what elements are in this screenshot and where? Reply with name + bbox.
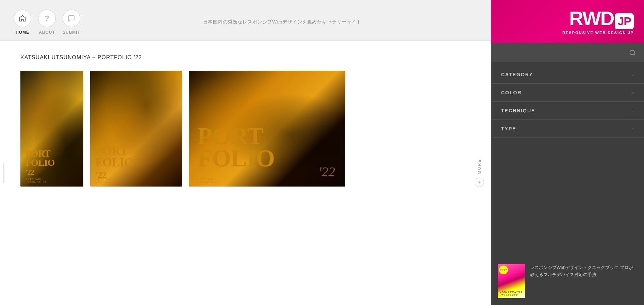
header: HOME ? ABOUT SUBMIT 日本国内の秀逸なレスポンシブWebデザイ… — [0, 0, 491, 41]
submit-icon — [63, 10, 80, 27]
home-label: HOME — [16, 30, 29, 35]
sidebar-item-color[interactable]: COLOR › — [491, 84, 644, 102]
home-icon — [14, 10, 31, 27]
nav-home[interactable]: HOME — [14, 10, 31, 35]
book-description: レスポンシブWebデザインテクニックブック プロが教えるマルチデバイス対応の手法 — [530, 264, 637, 298]
header-tagline: 日本国内の秀逸なレスポンシブWebデザインを集めたギャラリーサイト — [87, 19, 477, 25]
svg-point-0 — [630, 50, 634, 55]
search-button[interactable] — [628, 48, 637, 58]
book-cover-title: レスポンシブWebデザインテクニックブック — [499, 291, 523, 296]
gallery-item-3[interactable]: PORTFOLIO '22 KATSUAKIUTSUNOMIYA — [189, 71, 345, 187]
category-chevron-icon: › — [632, 72, 634, 77]
portfolio-text-1: PORTFOLIO'22 — [26, 149, 78, 176]
gallery-item-2[interactable]: PORTFOLIO'22 KATSUAKIUTSUNOMIYA — [90, 71, 182, 187]
sidebar-menu: CATEGORY › COLOR › TECHNIQUE › TYPE › — [491, 62, 644, 254]
sidebar-item-category[interactable]: CATEGORY › — [491, 66, 644, 84]
portfolio-subtitle-1: KATSUAKIUTSUNOMIYA — [26, 178, 47, 184]
section-title: KATSUAKI UTSUNOMIYA – PORTFOLIO '22 — [20, 54, 470, 61]
gallery-grid: PORTFOLIO'22 KATSUAKIUTSUNOMIYA PORTFOLI… — [20, 71, 470, 187]
book-badge: きっちり — [499, 266, 508, 274]
about-label: ABOUT — [39, 30, 55, 35]
svg-line-1 — [634, 54, 635, 55]
brand-logo: RWD JP RESPONSIVE WEB DESIGN JP — [562, 9, 634, 35]
technique-chevron-icon: › — [632, 108, 634, 113]
book-badge-text: きっちり — [500, 269, 507, 271]
more-controls: MORE + — [475, 159, 484, 187]
portfolio-text-2: PORTFOLIO'22 — [95, 145, 177, 180]
portfolio-subtitle-2: KATSUAKIUTSUNOMIYA — [95, 178, 117, 184]
more-label: MORE — [477, 159, 481, 174]
nav-submit[interactable]: SUBMIT — [63, 10, 80, 35]
sidebar-search — [491, 43, 644, 62]
gallery-item-1[interactable]: PORTFOLIO'22 KATSUAKIUTSUNOMIYA — [20, 71, 83, 187]
sidebar-item-technique[interactable]: TECHNIQUE › — [491, 102, 644, 120]
scroll-indicator — [3, 163, 4, 183]
technique-label: TECHNIQUE — [501, 108, 535, 113]
category-label: CATEGORY — [501, 72, 533, 77]
main-nav: HOME ? ABOUT SUBMIT — [14, 10, 80, 35]
submit-label: SUBMIT — [63, 30, 80, 35]
portfolio-text-3: PORTFOLIO — [197, 125, 340, 170]
sidebar-item-type[interactable]: TYPE › — [491, 120, 644, 138]
nav-about[interactable]: ? ABOUT — [38, 10, 56, 35]
brand-title: RWD JP — [569, 9, 634, 29]
sidebar-brand: RWD JP RESPONSIVE WEB DESIGN JP — [491, 0, 644, 43]
page-content: KATSUAKI UTSUNOMIYA – PORTFOLIO '22 PORT… — [0, 41, 491, 305]
brand-jp: JP — [615, 13, 634, 29]
color-label: COLOR — [501, 90, 522, 95]
type-chevron-icon: › — [632, 126, 634, 131]
portfolio-subtitle-3: KATSUAKIUTSUNOMIYA — [197, 178, 219, 184]
brand-rwd: RWD — [569, 9, 614, 28]
portfolio-year-3: '22 — [318, 164, 335, 180]
sidebar: RWD JP RESPONSIVE WEB DESIGN JP CATEGORY… — [491, 0, 644, 305]
book-cover: きっちり レスポンシブWebデザインテクニックブック — [498, 264, 525, 298]
more-plus-button[interactable]: + — [475, 178, 484, 187]
type-label: TYPE — [501, 126, 516, 131]
about-icon: ? — [38, 10, 56, 27]
color-chevron-icon: › — [632, 90, 634, 95]
book-promo[interactable]: きっちり レスポンシブWebデザインテクニックブック レスポンシブWebデザイン… — [491, 257, 644, 305]
brand-subtitle: RESPONSIVE WEB DESIGN JP — [562, 31, 634, 35]
